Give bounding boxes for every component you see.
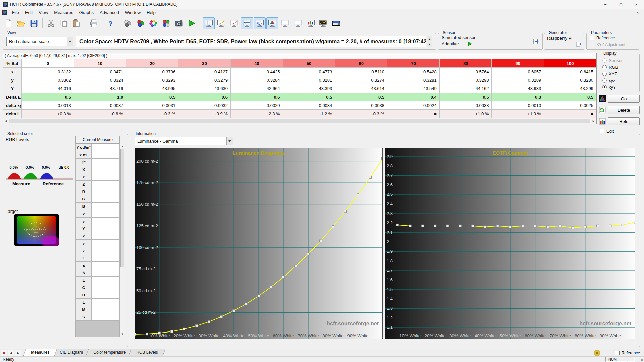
measure-primaries-button[interactable] xyxy=(135,17,147,29)
cell-y-0[interactable]: 44.016 xyxy=(22,84,74,93)
cell-y-10[interactable]: 0.3324 xyxy=(74,76,126,84)
cell-x-40[interactable]: 0.4425 xyxy=(230,68,283,76)
cell-y-20[interactable]: 0.3293 xyxy=(126,76,178,84)
sensor-play-icon[interactable] xyxy=(468,42,472,46)
cell-y-60[interactable]: 0.3274 xyxy=(335,76,387,84)
measure-row-value-y[interactable] xyxy=(92,225,120,232)
display-option-xyy[interactable]: xyY xyxy=(602,85,623,90)
refs-button[interactable]: Refs xyxy=(608,117,640,125)
mdi-minimize-button[interactable]: − xyxy=(616,10,625,16)
sat-column-80[interactable]: 80 xyxy=(439,59,492,68)
measure-row-value-x[interactable] xyxy=(92,232,120,240)
view-gamma-button[interactable] xyxy=(215,17,227,29)
measure-row-value-b[interactable] xyxy=(92,269,120,277)
display-option-xyz[interactable]: XYZ xyxy=(602,71,623,76)
menu-window[interactable]: Window xyxy=(122,9,144,16)
go-button[interactable]: Go xyxy=(608,95,640,103)
cell-y-80[interactable]: 0.3298 xyxy=(439,76,492,84)
reference-checkbox[interactable] xyxy=(590,36,594,40)
cell-delta-xy-70[interactable]: 0.0024 xyxy=(387,101,440,110)
measure-row-value-a[interactable] xyxy=(92,262,120,269)
paste-button[interactable] xyxy=(70,17,83,29)
measure-row-value-l[interactable] xyxy=(92,254,120,262)
sat-column-30[interactable]: 30 xyxy=(178,59,231,68)
new-document-button[interactable] xyxy=(2,17,14,29)
cell-delta-l-60[interactable]: -0.3 % xyxy=(335,110,387,118)
cell-delta-xy-30[interactable]: 0.0032 xyxy=(178,101,231,110)
cell-delta-xy-90[interactable]: 0.0010 xyxy=(492,101,544,110)
display-option-xyz[interactable]: xyz xyxy=(602,78,623,83)
cell-y-0[interactable]: 0.3302 xyxy=(22,76,74,84)
cell-delta-l-80[interactable]: +1.0 % xyxy=(439,110,492,118)
mdi-document-icon[interactable] xyxy=(2,10,7,15)
cell-delta-l-100[interactable]: = xyxy=(544,110,596,118)
cell-delta-xy-100[interactable]: 0.0025 xyxy=(544,101,596,110)
delete-button[interactable]: Delete xyxy=(608,106,640,114)
tab-measures[interactable]: Measures xyxy=(23,349,57,356)
cell-y-100[interactable]: 43.299 xyxy=(544,84,596,93)
cell-x-50[interactable]: 0.4773 xyxy=(283,68,335,76)
cell-delta-xy-40[interactable]: 0.0020 xyxy=(230,101,283,110)
sat-column-40[interactable]: 40 xyxy=(230,59,283,68)
cell-delta-l-10[interactable]: -0.6 % xyxy=(74,110,126,118)
measure-table-scrollbar[interactable]: ▲ ▼ xyxy=(120,144,125,337)
tab-next-button[interactable]: ▶ xyxy=(15,350,21,356)
print-button[interactable] xyxy=(88,17,100,29)
sat-column-90[interactable]: 90 xyxy=(492,59,544,68)
cell-delta-xy-60[interactable]: 0.0038 xyxy=(335,101,387,110)
help-button[interactable]: ? xyxy=(105,17,117,29)
tab-rgb-levels[interactable]: RGB Levels xyxy=(128,349,165,356)
cell-delta-e-0[interactable]: 0.5 xyxy=(22,93,74,101)
dropdown-arrow-icon[interactable] xyxy=(226,137,233,145)
cell-delta-e-80[interactable]: 0.5 xyxy=(439,93,492,101)
cell-delta-xy-10[interactable]: 0.0037 xyxy=(74,101,126,110)
menu-edit[interactable]: Edit xyxy=(22,9,36,16)
measure-free-button[interactable] xyxy=(160,17,172,29)
close-button[interactable]: × xyxy=(629,0,644,9)
view-luminance-button[interactable] xyxy=(241,17,253,29)
cell-y-40[interactable]: 42.964 xyxy=(230,84,283,93)
measure-row-value-l[interactable] xyxy=(92,277,120,284)
menu-graphs[interactable]: Graphs xyxy=(76,9,97,16)
cell-y-70[interactable]: 0.3281 xyxy=(387,76,440,84)
measure-row-value-l[interactable] xyxy=(92,299,120,306)
mdi-close-button[interactable]: × xyxy=(633,10,642,16)
maximize-button[interactable]: □ xyxy=(613,0,629,9)
tab-prev-button[interactable]: ◀ xyxy=(8,350,14,356)
view-color-temperature-button[interactable] xyxy=(228,17,240,29)
tab-color-temperature[interactable]: Color temperature xyxy=(86,349,133,356)
cell-y-10[interactable]: 43.719 xyxy=(74,84,126,93)
measure-row-value-z[interactable] xyxy=(92,181,120,188)
dropdown-arrow-icon[interactable] xyxy=(67,37,73,46)
view-measures-button[interactable] xyxy=(203,17,215,29)
scroll-up-button[interactable]: ▲ xyxy=(120,144,125,149)
measure-row-value-r[interactable] xyxy=(92,188,120,195)
measure-grayscale-button[interactable] xyxy=(122,17,134,29)
cell-x-70[interactable]: 0.5428 xyxy=(387,68,440,76)
generator-config-button[interactable] xyxy=(575,41,582,47)
minimize-button[interactable]: − xyxy=(598,0,613,9)
cell-delta-xy-50[interactable]: 0.0034 xyxy=(283,101,335,110)
cell-delta-e-60[interactable]: 0.5 xyxy=(335,93,387,101)
measure-saturations-button[interactable] xyxy=(147,17,159,29)
spin-down-button[interactable]: ▼ xyxy=(427,42,432,47)
scroll-left-button[interactable]: ◄ xyxy=(3,118,9,124)
menu-advanced[interactable]: Advanced xyxy=(97,9,122,16)
view-satlum-shift-button[interactable] xyxy=(279,17,291,29)
measure-row-value-t[interactable] xyxy=(92,159,120,166)
reference-checkbox-row[interactable]: Reference xyxy=(590,36,615,40)
measure-row-value-y[interactable] xyxy=(92,240,120,247)
sat-column-60[interactable]: 60 xyxy=(335,59,387,68)
scrollbar-thumb[interactable] xyxy=(120,149,124,267)
mdi-restore-button[interactable]: □ xyxy=(625,10,633,16)
cell-delta-l-50[interactable]: -1.2 % xyxy=(283,110,335,118)
measure-row-value-h[interactable] xyxy=(92,291,120,299)
save-file-button[interactable] xyxy=(28,17,40,29)
view-eotf-button[interactable] xyxy=(254,17,266,29)
measure-row-value-c[interactable] xyxy=(92,284,120,291)
cell-y-30[interactable]: 43.630 xyxy=(178,84,231,93)
measure-row-value-y[interactable] xyxy=(92,218,120,225)
cell-y-90[interactable]: 43.933 xyxy=(492,84,544,93)
sat-column-100[interactable]: 100 xyxy=(544,59,596,68)
display-option-rgb[interactable]: RGB xyxy=(602,65,623,70)
